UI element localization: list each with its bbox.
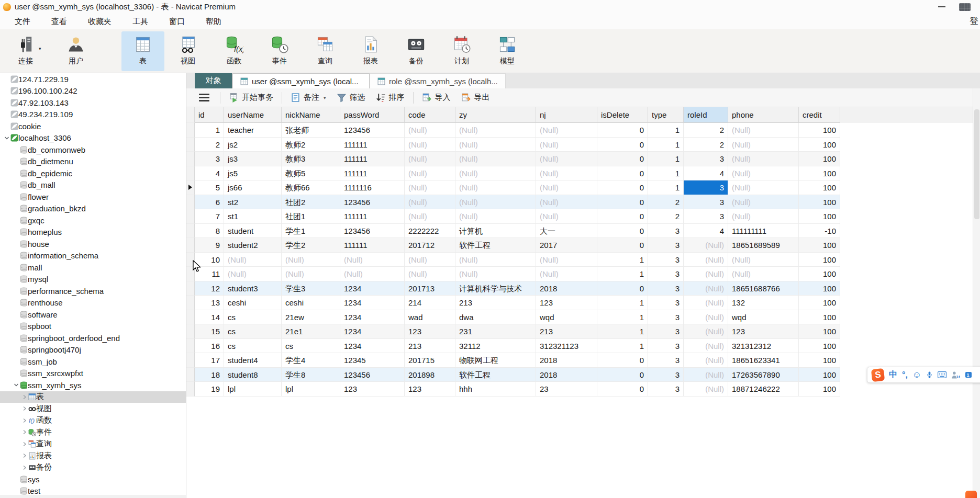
grid-cell[interactable]: 11 <box>195 267 224 281</box>
grid-cell[interactable]: 3 <box>648 224 684 239</box>
tree-item-graduation_bkzd[interactable]: graduation_bkzd <box>0 203 186 215</box>
row-indicator-header[interactable] <box>186 107 195 123</box>
ime-chinese-mode-button[interactable]: 中 <box>889 369 897 380</box>
grid-cell[interactable]: 132 <box>728 296 799 310</box>
grid-cell[interactable]: (Null) <box>224 267 282 281</box>
grid-cell[interactable]: (Null) <box>728 166 799 181</box>
grid-cell[interactable]: 1 <box>648 152 684 166</box>
grid-cell[interactable]: 111111 <box>340 152 405 166</box>
ime-punctuation-button[interactable]: °, <box>902 370 908 380</box>
tree-item-47.92.103.143[interactable]: 47.92.103.143 <box>0 97 186 109</box>
grid-cell[interactable]: (Null) <box>536 195 597 210</box>
grid-cell[interactable]: 0 <box>597 281 648 296</box>
grid-cell[interactable]: ceshi <box>224 296 282 310</box>
grid-cell[interactable]: 111111111 <box>728 224 799 239</box>
grid-cell[interactable]: 100 <box>799 195 840 210</box>
column-header-roleId[interactable]: roleId <box>684 107 728 123</box>
grid-cell[interactable]: 3 <box>648 267 684 281</box>
grid-cell[interactable]: 2 <box>684 138 728 152</box>
grid-cell[interactable]: 学生3 <box>282 281 340 296</box>
ime-mic-button[interactable] <box>926 371 933 379</box>
grid-cell[interactable]: 213 <box>536 324 597 339</box>
grid-cell[interactable]: (Null) <box>405 166 455 181</box>
grid-cell[interactable]: 1 <box>648 138 684 152</box>
grid-cell[interactable]: 教师2 <box>282 138 340 152</box>
grid-cell[interactable]: (Null) <box>405 123 455 138</box>
grid-cell[interactable]: 0 <box>597 368 648 382</box>
tree-item-sys[interactable]: sys <box>0 473 186 485</box>
menu-item-3[interactable]: 工具 <box>123 15 158 29</box>
tree-item-db_mall[interactable]: db_mall <box>0 179 186 191</box>
grid-cell[interactable]: 100 <box>799 166 840 181</box>
grid-cell[interactable]: (Null) <box>405 209 455 224</box>
tree-item-localhost_3306[interactable]: localhost_3306 <box>0 132 186 144</box>
grid-cell[interactable]: 100 <box>799 353 840 368</box>
grid-cell[interactable]: 1 <box>597 267 648 281</box>
chevron-right-icon[interactable] <box>21 428 28 436</box>
grid-cell[interactable]: 19 <box>195 382 224 397</box>
tree-item-196.100.100.242[interactable]: 196.100.100.242 <box>0 85 186 97</box>
grid-cell[interactable]: 教师5 <box>282 166 340 181</box>
row-indicator[interactable] <box>186 382 195 397</box>
row-indicator[interactable] <box>186 152 195 166</box>
tree-item-homeplus[interactable]: homeplus <box>0 227 186 239</box>
grid-cell[interactable]: (Null) <box>405 253 455 267</box>
grid-cell[interactable]: 3 <box>648 382 684 397</box>
grid-cell[interactable]: 123 <box>536 296 597 310</box>
tree-item-ssm_xsrcxwpfxt[interactable]: ssm_xsrcxwpfxt <box>0 368 186 380</box>
grid-cell[interactable]: 学生4 <box>282 353 340 368</box>
row-indicator[interactable] <box>186 267 195 281</box>
grid-cell[interactable]: 100 <box>799 253 840 267</box>
grid-cell[interactable]: 111111 <box>340 209 405 224</box>
grid-cell[interactable]: 2 <box>684 123 728 138</box>
grid-cell[interactable]: 123 <box>728 324 799 339</box>
row-indicator[interactable] <box>186 224 195 239</box>
grid-cell[interactable]: 100 <box>799 324 840 339</box>
tree-item-ssm_job[interactable]: ssm_job <box>0 356 186 368</box>
grid-cell[interactable]: 10 <box>195 253 224 267</box>
grid-cell[interactable]: 100 <box>799 339 840 354</box>
grid-cell[interactable]: 3 <box>648 324 684 339</box>
column-header-nickName[interactable]: nickName <box>282 107 340 123</box>
grid-cell[interactable]: 18871246222 <box>728 382 799 397</box>
grid-cell[interactable]: (Null) <box>684 253 728 267</box>
grid-cell[interactable]: 1 <box>597 296 648 310</box>
row-indicator[interactable] <box>186 253 195 267</box>
grid-cell[interactable]: 1234 <box>340 339 405 354</box>
grid-cell[interactable]: 软件工程 <box>455 238 536 253</box>
grid-cell[interactable]: 1 <box>597 253 648 267</box>
grid-cell[interactable]: 3 <box>684 209 728 224</box>
row-indicator[interactable] <box>186 368 195 382</box>
grid-cell[interactable]: 231 <box>455 324 536 339</box>
grid-cell[interactable]: lpl <box>282 382 340 397</box>
grid-cell[interactable]: 100 <box>799 281 840 296</box>
grid-cell[interactable]: 学生8 <box>282 368 340 382</box>
toolbar-button-user[interactable]: 用户 <box>54 31 97 71</box>
grid-cell[interactable]: 0 <box>597 195 648 210</box>
column-header-type[interactable]: type <box>648 107 684 123</box>
grid-cell[interactable]: 1 <box>195 123 224 138</box>
grid-toolbar-export-button[interactable]: 导出 <box>456 88 495 107</box>
grid-cell[interactable]: 0 <box>597 180 648 195</box>
grid-cell[interactable]: cs <box>224 324 282 339</box>
toolbar-button-schedule[interactable]: 计划 <box>440 31 483 71</box>
grid-cell[interactable]: js5 <box>224 166 282 181</box>
menu-item-2[interactable]: 收藏夹 <box>79 15 121 29</box>
column-header-credit[interactable]: credit <box>799 107 840 123</box>
grid-cell[interactable]: (Null) <box>405 267 455 281</box>
grid-cell[interactable]: 5 <box>195 180 224 195</box>
row-indicator[interactable] <box>186 281 195 296</box>
grid-cell[interactable]: 3 <box>648 353 684 368</box>
grid-cell[interactable]: student8 <box>224 368 282 382</box>
grid-cell[interactable]: cs <box>282 339 340 354</box>
grid-cell[interactable]: 学生2 <box>282 238 340 253</box>
tree-item-事件[interactable]: 事件 <box>0 426 186 438</box>
grid-toolbar-import-button[interactable]: 导入 <box>417 88 456 107</box>
grid-cell[interactable]: 213 <box>405 339 455 354</box>
grid-cell[interactable]: 213 <box>455 296 536 310</box>
ime-user-16-button[interactable]: 16 <box>951 371 960 379</box>
grid-cell[interactable]: (Null) <box>455 166 536 181</box>
row-indicator[interactable] <box>186 195 195 210</box>
grid-cell[interactable]: wad <box>405 310 455 325</box>
grid-cell[interactable]: (Null) <box>405 195 455 210</box>
